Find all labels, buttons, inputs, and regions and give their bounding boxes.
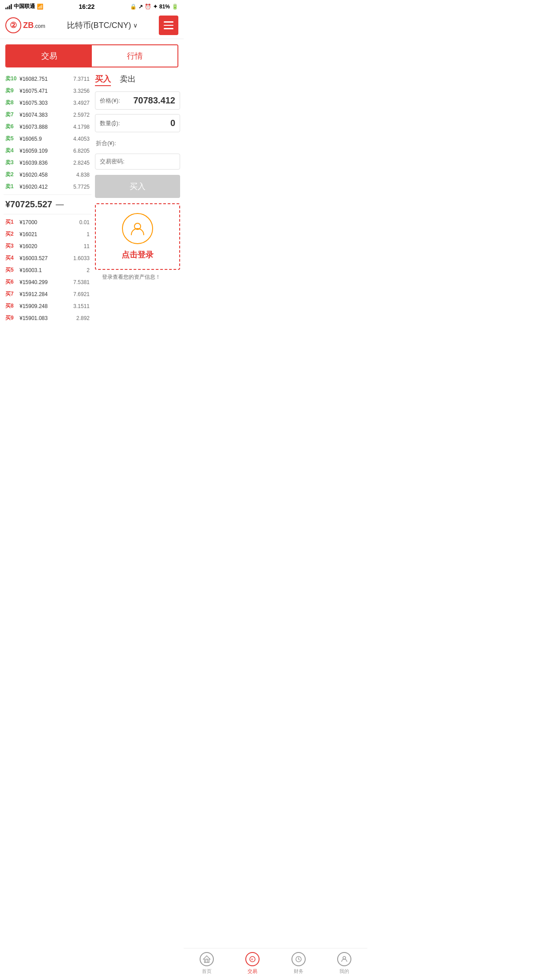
status-bar: 中国联通 📶 16:22 🔒 ↗ ⏰ ✦ 81% 🔋 bbox=[0, 0, 184, 12]
current-price-value: ¥70725.527 bbox=[5, 199, 52, 209]
login-box[interactable]: 点击登录 bbox=[95, 203, 180, 270]
order-book: 卖10 ¥16082.751 7.3711 卖9 ¥16075.471 3.32… bbox=[4, 73, 91, 324]
buy-tab[interactable]: 买入 bbox=[95, 74, 111, 86]
sell-order-9: 卖9 ¥16075.471 3.3256 bbox=[4, 85, 91, 97]
trade-panel: 买入 卖出 价格(¥): 70783.412 数量(₿): 0 折合(¥): 交… bbox=[91, 73, 180, 324]
sell-qty-7: 2.5972 bbox=[73, 112, 90, 118]
sell-qty-3: 2.8245 bbox=[73, 160, 90, 166]
buy-price-5: ¥16003.1 bbox=[18, 267, 87, 273]
sell-price-8: ¥16075.303 bbox=[18, 100, 73, 106]
buy-button[interactable]: 买入 bbox=[95, 175, 180, 198]
carrier-label: 中国联通 bbox=[14, 3, 35, 10]
price-value[interactable]: 70783.412 bbox=[133, 95, 175, 106]
sell-label-4: 卖4 bbox=[5, 147, 18, 154]
battery-icon: 🔋 bbox=[172, 4, 178, 10]
sell-order-6: 卖6 ¥16073.888 4.1798 bbox=[4, 121, 91, 133]
sell-qty-2: 4.838 bbox=[76, 172, 90, 178]
sell-price-5: ¥16065.9 bbox=[18, 136, 73, 142]
sell-qty-5: 4.4053 bbox=[73, 136, 90, 142]
sell-order-10: 卖10 ¥16082.751 7.3711 bbox=[4, 73, 91, 85]
signal-icon bbox=[5, 4, 12, 9]
logo-zb: ZB.com bbox=[23, 21, 45, 30]
sell-price-10: ¥16082.751 bbox=[18, 76, 73, 82]
buy-label-5: 买5 bbox=[5, 266, 18, 274]
tab-trade[interactable]: 交易 bbox=[6, 45, 92, 67]
buy-order-3: 买3 ¥16020 11 bbox=[4, 240, 91, 252]
buy-qty-8: 3.1511 bbox=[73, 303, 90, 309]
sell-price-7: ¥16074.383 bbox=[18, 112, 73, 118]
alarm-icon: ⏰ bbox=[145, 4, 151, 10]
buy-label-9: 买9 bbox=[5, 314, 18, 322]
tab-switch: 交易 行情 bbox=[5, 44, 178, 67]
buy-price-8: ¥15909.248 bbox=[18, 303, 73, 309]
buy-order-6: 买6 ¥15940.299 7.5381 bbox=[4, 276, 91, 288]
buy-order-4: 买4 ¥16003.527 1.6033 bbox=[4, 252, 91, 264]
buy-price-4: ¥16003.527 bbox=[18, 255, 73, 261]
status-left: 中国联通 📶 bbox=[5, 3, 43, 10]
buy-order-2: 买2 ¥16021 1 bbox=[4, 228, 91, 240]
asset-info: 登录查看您的资产信息！ bbox=[95, 270, 180, 285]
buy-label-7: 买7 bbox=[5, 290, 18, 298]
sell-order-3: 卖3 ¥16039.836 2.8245 bbox=[4, 157, 91, 169]
menu-line-1 bbox=[164, 21, 173, 23]
sell-order-7: 卖7 ¥16074.383 2.5972 bbox=[4, 109, 91, 121]
price-input[interactable]: 价格(¥): 70783.412 bbox=[95, 91, 180, 110]
sell-qty-1: 5.7725 bbox=[73, 184, 90, 190]
buy-qty-3: 11 bbox=[84, 243, 90, 249]
sell-label-9: 卖9 bbox=[5, 87, 18, 95]
price-label: 价格(¥): bbox=[100, 97, 120, 105]
buy-price-3: ¥16020 bbox=[18, 243, 84, 249]
wifi-icon: 📶 bbox=[37, 4, 43, 10]
app-header: ② ZB.com 比特币(BTC/CNY) ∨ bbox=[0, 12, 184, 39]
sell-label-10: 卖10 bbox=[5, 75, 18, 83]
sell-label-6: 卖6 bbox=[5, 123, 18, 130]
buy-price-1: ¥17000 bbox=[18, 219, 79, 225]
logo-circle: ② bbox=[5, 17, 21, 33]
qty-value[interactable]: 0 bbox=[170, 118, 175, 128]
sell-qty-10: 7.3711 bbox=[73, 76, 90, 82]
tab-market[interactable]: 行情 bbox=[92, 45, 177, 67]
buy-sell-tabs: 买入 卖出 bbox=[95, 73, 180, 86]
sell-price-9: ¥16075.471 bbox=[18, 88, 73, 94]
sell-qty-4: 6.8205 bbox=[73, 148, 90, 154]
sell-tab[interactable]: 卖出 bbox=[120, 74, 136, 86]
sell-label-3: 卖3 bbox=[5, 159, 18, 166]
buy-label-8: 买8 bbox=[5, 302, 18, 310]
menu-button[interactable] bbox=[159, 16, 178, 35]
market-label: 比特币(BTC/CNY) bbox=[67, 20, 131, 31]
main-content: 卖10 ¥16082.751 7.3711 卖9 ¥16075.471 3.32… bbox=[0, 73, 184, 324]
buy-order-1: 买1 ¥17000 0.01 bbox=[4, 216, 91, 228]
sell-label-1: 卖1 bbox=[5, 183, 18, 190]
market-selector[interactable]: 比特币(BTC/CNY) ∨ bbox=[67, 20, 138, 31]
buy-price-7: ¥15912.284 bbox=[18, 291, 73, 297]
buy-price-2: ¥16021 bbox=[18, 231, 87, 237]
buy-qty-9: 2.892 bbox=[76, 315, 90, 321]
sell-order-4: 卖4 ¥16059.109 6.8205 bbox=[4, 145, 91, 157]
buy-qty-4: 1.6033 bbox=[73, 255, 90, 261]
buy-qty-2: 1 bbox=[87, 231, 90, 237]
logo[interactable]: ② ZB.com bbox=[5, 17, 45, 33]
qty-label: 数量(₿): bbox=[100, 119, 120, 127]
bluetooth-icon: ✦ bbox=[153, 4, 157, 10]
sell-price-3: ¥16039.836 bbox=[18, 160, 73, 166]
buy-order-7: 买7 ¥15912.284 7.6921 bbox=[4, 288, 91, 300]
sell-price-4: ¥16059.109 bbox=[18, 148, 73, 154]
login-text[interactable]: 点击登录 bbox=[122, 249, 153, 260]
battery-label: 81% bbox=[159, 4, 170, 10]
buy-label-6: 买6 bbox=[5, 278, 18, 286]
buy-orders: 买1 ¥17000 0.01 买2 ¥16021 1 买3 ¥16020 11 … bbox=[4, 216, 91, 324]
password-input[interactable]: 交易密码: bbox=[95, 154, 180, 170]
sell-label-7: 卖7 bbox=[5, 111, 18, 119]
buy-order-5: 买5 ¥16003.1 2 bbox=[4, 264, 91, 276]
sell-qty-6: 4.1798 bbox=[73, 124, 90, 130]
buy-label-4: 买4 bbox=[5, 254, 18, 262]
sell-label-8: 卖8 bbox=[5, 99, 18, 107]
buy-label-3: 买3 bbox=[5, 242, 18, 250]
sell-price-1: ¥16020.412 bbox=[18, 184, 73, 190]
buy-price-6: ¥15940.299 bbox=[18, 279, 73, 285]
dropdown-icon: ∨ bbox=[133, 22, 138, 29]
sell-label-5: 卖5 bbox=[5, 135, 18, 142]
current-price-row: ¥70725.527 — bbox=[4, 194, 91, 214]
qty-input[interactable]: 数量(₿): 0 bbox=[95, 114, 180, 132]
buy-order-8: 买8 ¥15909.248 3.1511 bbox=[4, 300, 91, 312]
